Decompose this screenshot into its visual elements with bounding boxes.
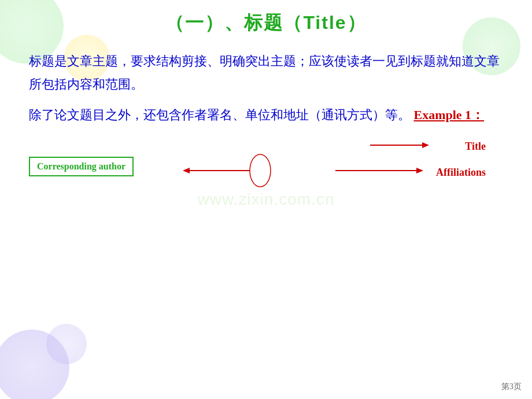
example-link[interactable]: Example 1： (414, 108, 485, 122)
svg-point-4 (250, 154, 271, 187)
svg-marker-3 (416, 168, 423, 173)
main-content: （一）、标题（Title） 标题是文章主题，要求结构剪接、明确突出主题；应该使读… (0, 0, 532, 210)
affiliations-label: Affiliations (436, 167, 486, 179)
paragraph-2-text: 除了论文题目之外，还包含作者署名、单位和地址（通讯方式）等。 (29, 108, 411, 122)
title-annotation: Title (463, 141, 486, 153)
affiliations-annotation: Affiliations (434, 167, 486, 179)
corresponding-author-box: Corresponding author (29, 157, 134, 176)
paragraph-2: 除了论文题目之外，还包含作者署名、单位和地址（通讯方式）等。 Example 1… (29, 104, 503, 127)
page-number: 第3页 (501, 382, 522, 392)
svg-marker-1 (422, 142, 429, 148)
svg-marker-6 (183, 168, 190, 173)
deco-circle-bottom-left (0, 330, 69, 399)
deco-circle-bottom-left2 (46, 324, 87, 364)
diagram-area: Title Affiliations Corresponding author (29, 135, 503, 204)
paragraph-1: 标题是文章主题，要求结构剪接、明确突出主题；应该使读者一见到标题就知道文章所包括… (29, 50, 503, 95)
page-title: （一）、标题（Title） (29, 10, 503, 36)
corresponding-author-text: Corresponding author (37, 161, 125, 171)
title-label: Title (465, 141, 486, 153)
